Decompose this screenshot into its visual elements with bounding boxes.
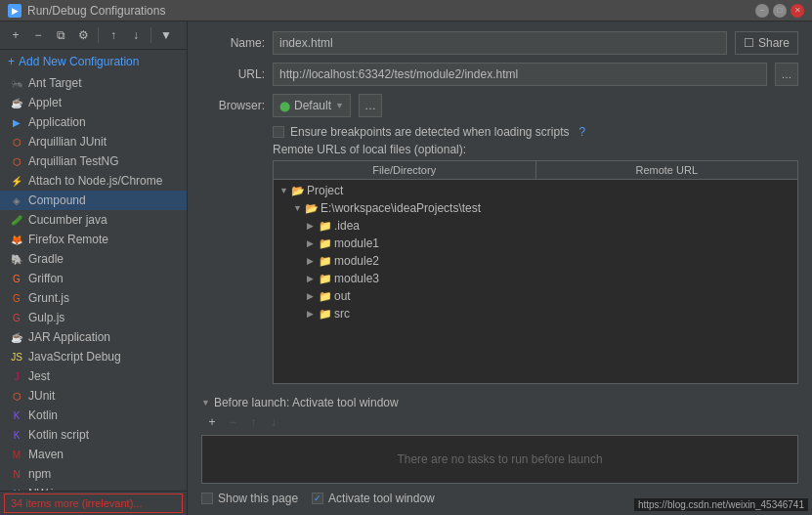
activate-tool-window-checkbox[interactable]: ✓ xyxy=(312,493,323,504)
griffon-label: Griffon xyxy=(28,272,64,285)
show-this-page-checkbox[interactable] xyxy=(201,493,213,504)
gradle-icon: 🐘 xyxy=(10,252,23,266)
tree-label: Project xyxy=(307,184,343,197)
tree-item[interactable]: ▶📁.idea xyxy=(274,217,797,235)
config-item-gulp-js[interactable]: GGulp.js xyxy=(0,308,187,327)
tree-item[interactable]: ▶📁module1 xyxy=(274,235,797,252)
tree-item[interactable]: ▶📁module2 xyxy=(274,252,797,270)
config-item-ant-target[interactable]: 🐜Ant Target xyxy=(0,73,187,93)
settings-config-button[interactable]: ⚙ xyxy=(73,25,93,45)
remove-config-button[interactable]: − xyxy=(28,25,48,45)
tree-label: module1 xyxy=(334,236,379,250)
before-launch-header: ▼ Before launch: Activate tool window xyxy=(201,396,798,409)
config-toolbar: + − ⧉ ⚙ ↑ ↓ ▼ xyxy=(0,21,187,50)
maximize-button[interactable]: □ xyxy=(773,4,787,18)
ensure-breakpoints-row: Ensure breakpoints are detected when loa… xyxy=(201,125,798,139)
config-item-kotlin-script[interactable]: KKotlin script xyxy=(0,425,187,445)
gulp-js-icon: G xyxy=(10,311,23,324)
config-item-kotlin[interactable]: KKotlin xyxy=(0,406,187,425)
config-item-attach-node[interactable]: ⚡Attach to Node.js/Chrome xyxy=(0,171,187,191)
tree-item[interactable]: ▼📂Project xyxy=(274,182,797,199)
jest-icon: J xyxy=(10,369,23,383)
config-item-compound[interactable]: ◈Compound xyxy=(0,191,187,210)
config-item-maven[interactable]: MMaven xyxy=(0,445,187,464)
junit-label: JUnit xyxy=(28,389,55,403)
browser-value: Default xyxy=(294,99,331,112)
before-launch-toggle[interactable]: ▼ xyxy=(201,398,210,408)
show-this-page-item: Show this page xyxy=(201,492,298,505)
grunt-js-label: Grunt.js xyxy=(28,291,69,305)
ant-target-icon: 🐜 xyxy=(10,76,23,90)
config-item-griffon[interactable]: GGriffon xyxy=(0,269,187,288)
kotlin-icon: K xyxy=(10,408,23,422)
config-item-cucumber-java[interactable]: 🥒Cucumber java xyxy=(0,210,187,230)
tree-folder-icon: 📂 xyxy=(305,202,319,215)
url-input[interactable] xyxy=(273,63,767,86)
kotlin-script-label: Kotlin script xyxy=(28,428,89,442)
tree-folder-icon: 📁 xyxy=(319,237,332,250)
file-tree-header: File/Directory Remote URL xyxy=(274,161,797,180)
config-list: + Add New Configuration 🐜Ant Target☕Appl… xyxy=(0,50,187,491)
before-launch-add-button[interactable]: + xyxy=(203,413,221,431)
move-up-button[interactable]: ↑ xyxy=(104,25,123,45)
share-button[interactable]: ☐ Share xyxy=(735,31,798,55)
more-items-button[interactable]: 34 items more (irrelevant)... xyxy=(4,494,183,513)
config-item-jest[interactable]: JJest xyxy=(0,366,187,386)
firefox-remote-icon: 🦊 xyxy=(10,233,23,246)
config-item-jar-application[interactable]: ☕JAR Application xyxy=(0,327,187,347)
move-down-button[interactable]: ↓ xyxy=(126,25,146,45)
config-item-firefox-remote[interactable]: 🦊Firefox Remote xyxy=(0,230,187,249)
filter-button[interactable]: ▼ xyxy=(156,25,176,45)
jest-label: Jest xyxy=(28,369,50,383)
junit-icon: ⬡ xyxy=(10,389,23,403)
arquillian-junit-label: Arquillian JUnit xyxy=(28,135,107,149)
browser-settings-button[interactable]: … xyxy=(359,94,382,117)
config-item-javascript-debug[interactable]: JSJavaScript Debug xyxy=(0,347,187,366)
before-launch-down-button[interactable]: ↓ xyxy=(265,413,282,431)
config-item-applet[interactable]: ☕Applet xyxy=(0,93,187,112)
config-items-container: 🐜Ant Target☕Applet▶Application⬡Arquillia… xyxy=(0,73,187,491)
tree-arrow: ▶ xyxy=(307,309,317,319)
applet-label: Applet xyxy=(28,96,62,109)
config-item-grunt-js[interactable]: GGrunt.js xyxy=(0,288,187,308)
tree-item[interactable]: ▶📁out xyxy=(274,287,797,305)
browser-select[interactable]: ⬤ Default ▼ xyxy=(273,94,351,117)
url-browse-button[interactable]: … xyxy=(775,63,798,86)
config-item-arquillian-junit[interactable]: ⬡Arquillian JUnit xyxy=(0,132,187,151)
close-button[interactable]: ✕ xyxy=(791,4,804,18)
name-label: Name: xyxy=(201,36,265,50)
jar-application-icon: ☕ xyxy=(10,330,23,344)
config-item-npm[interactable]: Nnpm xyxy=(0,464,187,484)
tree-item[interactable]: ▶📁src xyxy=(274,305,797,322)
watermark: https://blog.csdn.net/weixin_45346741 xyxy=(634,498,808,511)
gulp-js-label: Gulp.js xyxy=(28,311,64,324)
before-launch-up-button[interactable]: ↑ xyxy=(244,413,262,431)
config-item-gradle[interactable]: 🐘Gradle xyxy=(0,249,187,269)
tree-arrow: ▼ xyxy=(279,186,289,195)
config-item-nwjs[interactable]: NNW.js xyxy=(0,484,187,491)
tree-arrow: ▶ xyxy=(307,274,317,283)
name-input[interactable] xyxy=(273,31,727,55)
config-item-junit[interactable]: ⬡JUnit xyxy=(0,386,187,406)
name-row: Name: ☐ Share xyxy=(201,31,798,55)
main-layout: + − ⧉ ⚙ ↑ ↓ ▼ + Add New Configuration 🐜A… xyxy=(0,21,812,515)
config-item-arquillian-testng[interactable]: ⬡Arquillian TestNG xyxy=(0,151,187,171)
left-panel: + − ⧉ ⚙ ↑ ↓ ▼ + Add New Configuration 🐜A… xyxy=(0,21,188,515)
tree-item[interactable]: ▼📂E:\workspace\ideaProjects\test xyxy=(274,199,797,217)
cucumber-java-icon: 🥒 xyxy=(10,213,23,227)
title-bar: ▶ Run/Debug Configurations − □ ✕ xyxy=(0,0,812,21)
before-launch-remove-button[interactable]: − xyxy=(224,413,241,431)
tree-item[interactable]: ▶📁module3 xyxy=(274,270,797,287)
config-item-application[interactable]: ▶Application xyxy=(0,112,187,132)
help-icon[interactable]: ? xyxy=(579,125,586,139)
ant-target-label: Ant Target xyxy=(28,76,81,90)
tree-folder-icon: 📁 xyxy=(319,273,332,285)
add-new-config-item[interactable]: + Add New Configuration xyxy=(0,50,187,73)
ensure-breakpoints-checkbox[interactable] xyxy=(273,126,284,138)
add-config-button[interactable]: + xyxy=(6,25,25,45)
activate-tool-window-item: ✓ Activate tool window xyxy=(312,492,435,505)
minimize-button[interactable]: − xyxy=(755,4,769,18)
copy-config-button[interactable]: ⧉ xyxy=(51,25,70,45)
tree-arrow: ▶ xyxy=(307,256,317,266)
window-title: Run/Debug Configurations xyxy=(27,4,755,18)
